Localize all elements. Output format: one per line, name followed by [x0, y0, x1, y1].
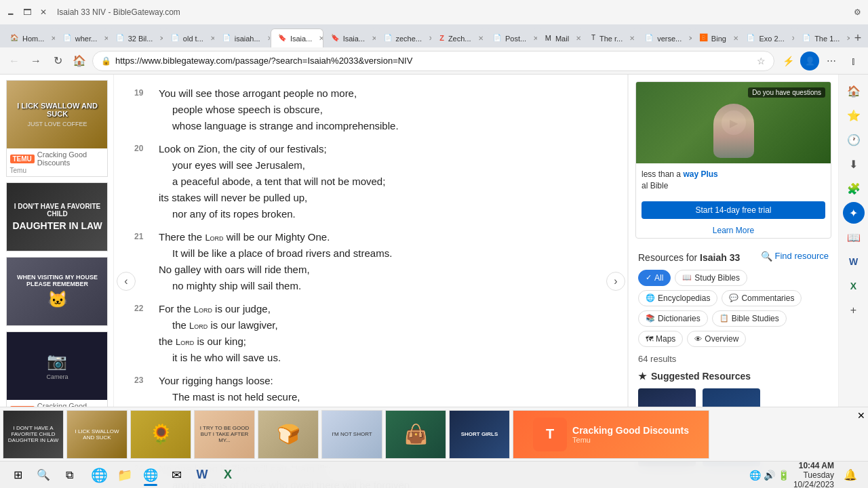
restore-icon[interactable]: 🗖: [22, 7, 33, 18]
bottom-ad-3[interactable]: 🌻: [130, 410, 191, 459]
temu-ad-provider: Temu: [572, 436, 689, 444]
tray-battery-icon[interactable]: 🔋: [778, 470, 789, 481]
edge-reading-btn[interactable]: 📖: [843, 226, 865, 248]
clock-date: 10/24/2023: [793, 480, 834, 489]
tray-volume-icon[interactable]: 🔊: [764, 470, 775, 481]
start-button[interactable]: ⊞: [5, 463, 30, 487]
edge-history-btn[interactable]: 🕐: [843, 129, 865, 150]
maps-icon: 🗺: [646, 335, 653, 343]
tab-wher[interactable]: 📄wher...✕: [56, 28, 108, 47]
bottom-ad-8[interactable]: SHORT GIRLS: [449, 410, 510, 459]
taskbar-start: ⊞ 🔍 ⧉: [5, 463, 81, 487]
video-widget: ▶ Do you have questions less than a way …: [635, 81, 831, 239]
edge-favorites-btn[interactable]: ⭐: [843, 104, 865, 126]
results-count: 64 results: [638, 354, 829, 364]
tab-isaiah1[interactable]: 📄isaiah...✕: [215, 28, 271, 47]
notifications-button[interactable]: 🔔: [838, 463, 863, 487]
close-icon[interactable]: ✕: [38, 7, 49, 18]
bottom-ad-6[interactable]: I'M NOT SHORT: [321, 410, 382, 459]
tab-32bil[interactable]: 📄32 Bil...✕: [108, 28, 163, 47]
learn-more-link[interactable]: Learn More: [636, 223, 831, 238]
prev-chapter-button[interactable]: ‹: [117, 272, 136, 291]
overview-icon: 👁: [694, 335, 702, 343]
ad-title-1: Cracking Good Discounts: [37, 150, 104, 167]
filter-all[interactable]: ✓ All: [638, 270, 671, 286]
next-chapter-button[interactable]: ›: [606, 272, 625, 291]
filter-maps[interactable]: 🗺 Maps: [638, 331, 683, 347]
ad-block-3[interactable]: WHEN VISITING MY HOUSE PLEASE REMEMBER 🐱: [6, 257, 108, 326]
edge-extensions-btn[interactable]: 🧩: [843, 178, 865, 199]
taskbar-explorer[interactable]: 📁: [113, 463, 137, 487]
edge-copilot-btn[interactable]: ✦: [843, 202, 865, 224]
tab-zech2[interactable]: ZZech...✕: [432, 28, 486, 47]
more-options-icon[interactable]: ⋯: [822, 52, 841, 70]
tab-isaiah2-active[interactable]: 🔖Isaia...✕: [271, 28, 323, 47]
video-thumbnail[interactable]: ▶ Do you have questions: [636, 82, 831, 163]
refresh-button[interactable]: ↻: [49, 52, 66, 70]
tab-mail[interactable]: MMail✕: [538, 28, 584, 47]
filter-study-bibles-label: Study Bibles: [694, 273, 740, 283]
bottom-ad-7[interactable]: 👜: [385, 410, 446, 459]
temu-badge-1: TEMU: [10, 155, 35, 163]
filter-dictionaries-label: Dictionaries: [658, 314, 701, 323]
taskbar-mail[interactable]: ✉: [164, 463, 189, 487]
filter-overview[interactable]: 👁 Overview: [687, 331, 746, 347]
bible-studies-icon: 📋: [719, 314, 729, 323]
taskbar-tray: 🌐 🔊 🔋 10:44 AM Tuesday 10/24/2023 🔔: [749, 461, 863, 489]
tab-the[interactable]: TThe r...✕: [584, 28, 637, 47]
search-button[interactable]: 🔍: [31, 463, 56, 487]
taskbar-word[interactable]: W: [190, 463, 214, 487]
ad-block-2[interactable]: I DON'T HAVE A FAVORITE CHILD DAUGHTER I…: [6, 182, 108, 251]
edge-add-btn[interactable]: +: [843, 300, 865, 321]
ad-image-2: I DON'T HAVE A FAVORITE CHILD DAUGHTER I…: [7, 183, 108, 251]
taskbar-edge[interactable]: 🌐: [87, 463, 111, 487]
back-button[interactable]: ←: [5, 52, 23, 70]
bottom-ad-2[interactable]: I LICK SWALLOW AND SUCK: [66, 410, 127, 459]
ad-block-1[interactable]: I LICK SWALLOW AND SUCK JUST LOVE COFFEE…: [6, 80, 108, 177]
find-resource-btn[interactable]: 🔍 Find resource: [761, 251, 829, 262]
edge-excel-btn[interactable]: X: [843, 275, 865, 297]
filter-dictionaries[interactable]: 📚 Dictionaries: [638, 310, 708, 327]
verse-21: 21 There the Lord will be our Mighty One…: [134, 229, 607, 294]
task-view-button[interactable]: ⧉: [57, 463, 81, 487]
edge-word-btn[interactable]: W: [843, 251, 865, 272]
tab-verse[interactable]: 📄verse...✕: [637, 28, 692, 47]
new-tab-button[interactable]: +: [850, 28, 865, 47]
ad-label-1: TEMU Cracking Good Discounts Temu: [7, 148, 107, 176]
bottom-ad-temu[interactable]: T Cracking Good Discounts Temu ✕: [513, 410, 709, 459]
filter-encyclopedias[interactable]: 🌐 Encyclopedias: [638, 290, 717, 306]
tray-network-icon[interactable]: 🌐: [749, 470, 761, 481]
tab-oldte[interactable]: 📄old t...✕: [163, 28, 215, 47]
filter-overview-label: Overview: [705, 334, 738, 344]
settings-icon[interactable]: ⚙: [852, 7, 863, 18]
filter-bible-studies[interactable]: 📋 Bible Studies: [712, 310, 787, 327]
address-bar[interactable]: 🔒 https://www.biblegateway.com/passage/?…: [92, 51, 774, 71]
minimize-icon[interactable]: 🗕: [5, 7, 16, 18]
forward-button[interactable]: →: [27, 52, 45, 70]
tab-exo[interactable]: 📄Exo 2...✕: [739, 28, 795, 47]
bottom-ad-4[interactable]: I TRY TO BE GOOD BUT I TAKE AFTER MY...: [194, 410, 255, 459]
bottom-ad-1[interactable]: I DON'T HAVE A FAVORITE CHILDDAUGHTER IN…: [3, 410, 64, 459]
tab-post[interactable]: 📄Post...✕: [486, 28, 538, 47]
tab-isaiah3[interactable]: 🔖Isaia...✕: [323, 28, 376, 47]
trial-button[interactable]: Start 14-day free trial: [642, 201, 825, 219]
edge-downloads-btn[interactable]: ⬇: [843, 153, 865, 175]
edge-sidebar-toggle[interactable]: ⫿: [844, 52, 863, 70]
tab-home[interactable]: 🏠Hom...✕: [3, 28, 56, 47]
edge-home-btn[interactable]: 🏠: [843, 80, 865, 102]
tab-bing[interactable]: 🅱Bing✕: [692, 28, 740, 47]
profile-icon[interactable]: 👤: [800, 52, 819, 70]
bottom-ad-5[interactable]: 🍞: [258, 410, 319, 459]
system-clock[interactable]: 10:44 AM Tuesday 10/24/2023: [793, 461, 834, 489]
ad-close-btn[interactable]: ✕: [857, 410, 865, 421]
bookmark-icon[interactable]: ☆: [757, 56, 766, 66]
tab-zech1[interactable]: 📄zeche...✕: [376, 28, 433, 47]
taskbar-excel[interactable]: X: [216, 463, 240, 487]
filter-study-bibles[interactable]: 📖 Study Bibles: [675, 270, 747, 286]
filter-commentaries-label: Commentaries: [741, 293, 794, 303]
taskbar-browser-active[interactable]: 🌐: [138, 463, 163, 487]
home-button[interactable]: 🏠: [71, 52, 88, 70]
tab-the2[interactable]: 📄The 1...✕: [795, 28, 850, 47]
filter-commentaries[interactable]: 💬 Commentaries: [722, 290, 802, 306]
extension-icon[interactable]: ⚡: [778, 52, 797, 70]
